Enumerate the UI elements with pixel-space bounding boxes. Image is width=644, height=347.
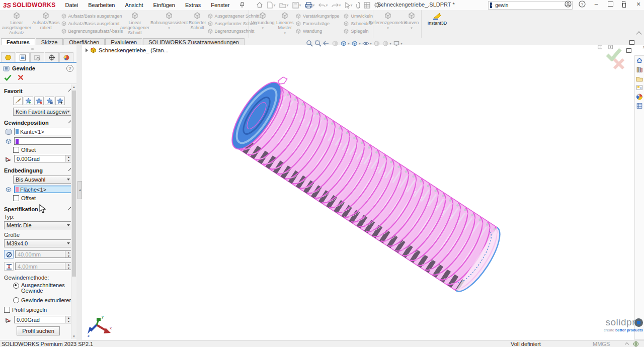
thread-type-select[interactable]: Metric Die	[4, 221, 72, 229]
cut-thread-radio[interactable]	[13, 283, 19, 289]
extrude-thread-radio[interactable]	[13, 297, 19, 303]
end-face-selection[interactable]: Fläche<1>	[14, 186, 72, 193]
load-favorite-button[interactable]	[55, 97, 65, 105]
menu-ansicht[interactable]: Ansicht	[120, 1, 147, 9]
ribbon-collapse-icon[interactable]	[636, 31, 641, 37]
redo-icon[interactable]: ▾	[332, 2, 341, 8]
user-account-icon[interactable]	[565, 1, 572, 8]
ribbon-verrundung[interactable]: Verrundung▾	[251, 12, 275, 31]
ribbon-spiegeln[interactable]: Spiegeln	[343, 28, 373, 34]
ribbon-instant3d[interactable]: Instant3D	[422, 12, 453, 26]
gewindeposition-header[interactable]: Gewindeposition	[0, 119, 76, 127]
save-icon[interactable]: ▾	[292, 2, 301, 9]
zoom-area-icon[interactable]	[314, 40, 321, 47]
property-manager-tab[interactable]	[16, 52, 30, 62]
tab-features[interactable]: Features	[1, 38, 35, 45]
position-offset-checkbox[interactable]	[13, 147, 19, 153]
thread-edge-selection[interactable]: Kante<1>	[14, 128, 72, 135]
view-settings-icon[interactable]: ▾	[393, 40, 403, 47]
zoom-fit-icon[interactable]	[306, 40, 313, 47]
panel-splitter-dot[interactable]	[31, 48, 34, 50]
menu-extras[interactable]: Extras	[181, 1, 205, 9]
apply-scene-icon[interactable]: ▾	[382, 40, 391, 47]
doc-prev-icon[interactable]	[598, 44, 602, 50]
previous-view-icon[interactable]	[323, 40, 330, 46]
search-input[interactable]	[494, 2, 562, 9]
profile-angle-input[interactable]: 0.00Grad▲▼	[14, 316, 72, 323]
ribbon-bohrungsassistent[interactable]: Bohrungsassistent▾	[150, 12, 188, 31]
ribbon-linear-aufsatz[interactable]: Linear ausgetragener Aufsatz	[2, 12, 31, 35]
mirror-profile-checkbox[interactable]	[4, 307, 10, 313]
ribbon-begrenzungsaufsatz[interactable]: Begrenzungsaufsatz/-basis	[61, 28, 123, 34]
favorit-header[interactable]: Favorit	[0, 87, 76, 95]
pitch-input[interactable]: 4.00mm▲▼	[15, 263, 72, 270]
tab-oberflaechen[interactable]: Oberflächen	[63, 38, 105, 45]
ribbon-lineares-muster[interactable]: Lineares Muster▾	[276, 12, 294, 36]
section-view-icon[interactable]	[332, 40, 339, 47]
favorite-select[interactable]: Kein Favorit ausgewählt	[13, 108, 72, 116]
tab-evaluieren[interactable]: Evaluieren	[105, 38, 142, 45]
delete-favorite-button[interactable]	[34, 97, 44, 105]
feature-manager-tab[interactable]	[1, 52, 15, 62]
end-condition-select[interactable]: Bis Auswahl	[13, 176, 72, 184]
apply-favorite-button[interactable]	[13, 97, 23, 105]
configuration-manager-tab[interactable]	[30, 52, 44, 62]
ribbon-aufsatz-rotiert[interactable]: Aufsatz/Basis rotiert	[32, 12, 60, 30]
ribbon-linear-schnitt[interactable]: Linear ausgetragener Schnitt	[120, 12, 149, 35]
menu-bearbeiten[interactable]: Bearbeiten	[84, 1, 119, 9]
menu-datei[interactable]: Datei	[61, 1, 83, 9]
maximize-button[interactable]	[607, 1, 614, 8]
help-icon[interactable]: ?	[579, 1, 586, 8]
ribbon-formschraege[interactable]: Formschräge	[295, 21, 340, 27]
ribbon-verstaerkungsrippe[interactable]: Verstärkungsrippe	[295, 13, 340, 19]
undo-icon[interactable]: ▾	[318, 2, 328, 8]
cancel-button[interactable]	[18, 74, 24, 80]
ribbon-wandung[interactable]: Wandung	[295, 28, 340, 34]
splitter-handle[interactable]: ◂	[77, 181, 82, 199]
table-icon[interactable]	[364, 2, 370, 9]
ok-button[interactable]	[4, 74, 12, 81]
file-explorer-icon[interactable]	[635, 75, 644, 82]
ribbon-referenzgeometrie[interactable]: Referenzgeometrie▾	[373, 12, 403, 31]
panel-scrollbar[interactable]: ▲ ▼	[71, 84, 76, 339]
diameter-input[interactable]: 40.00mm▲▼	[15, 250, 72, 258]
command-search[interactable]: › ▾	[488, 1, 573, 10]
expand-icon[interactable]	[86, 48, 88, 52]
attach-icon[interactable]	[356, 2, 360, 9]
ribbon-umwickeln[interactable]: Umwickeln	[343, 13, 373, 19]
design-library-icon[interactable]	[635, 66, 644, 73]
edit-appearance-icon[interactable]	[373, 40, 380, 47]
status-units[interactable]: MMGS	[593, 341, 610, 347]
pin-icon[interactable]	[235, 1, 249, 9]
display-manager-tab[interactable]	[59, 52, 73, 62]
add-favorite-button[interactable]	[24, 97, 33, 105]
ribbon-kurven[interactable]: Kurven▾	[403, 12, 421, 31]
ribbon-rotierter-schnitt[interactable]: Rotierter Schnitt	[189, 12, 206, 30]
save-favorite-button[interactable]	[45, 97, 54, 105]
restore-button[interactable]	[621, 1, 628, 8]
display-style-icon[interactable]: ▾	[351, 40, 361, 47]
view-orientation-icon[interactable]: ▾	[340, 40, 350, 47]
end-offset-checkbox[interactable]	[13, 195, 19, 201]
view-palette-icon[interactable]	[635, 84, 644, 92]
thread-size-select[interactable]: M39x4.0	[4, 239, 72, 247]
feature-tree-flyout[interactable]: Schneckengetriebe_ (Stan...	[86, 47, 169, 53]
position-angle-input[interactable]: 0.00Grad▲▼	[14, 155, 72, 162]
dimxpert-manager-tab[interactable]	[45, 52, 59, 62]
tab-zusatzanwendungen[interactable]: SOLIDWORKS Zusatzanwendungen	[143, 38, 245, 45]
taskpane-home-icon[interactable]	[635, 57, 644, 64]
override-diameter-icon[interactable]	[4, 250, 14, 258]
scrollbar-thumb[interactable]	[72, 91, 76, 277]
spezifikation-header[interactable]: Spezifikation	[0, 205, 76, 213]
custom-properties-icon[interactable]	[635, 102, 644, 110]
override-pitch-icon[interactable]	[4, 262, 14, 271]
model-3d[interactable]	[82, 45, 644, 340]
panel-help-icon[interactable]: ?	[66, 65, 73, 72]
scroll-down-icon[interactable]: ▼	[71, 334, 76, 339]
units-caret-icon[interactable]	[625, 342, 629, 346]
scroll-up-icon[interactable]: ▲	[71, 84, 76, 90]
menu-einfuegen[interactable]: Einfügen	[149, 1, 180, 9]
confirm-cancel-button[interactable]	[612, 57, 625, 70]
close-button[interactable]: ×	[635, 1, 642, 8]
tab-skizze[interactable]: Skizze	[36, 38, 63, 45]
